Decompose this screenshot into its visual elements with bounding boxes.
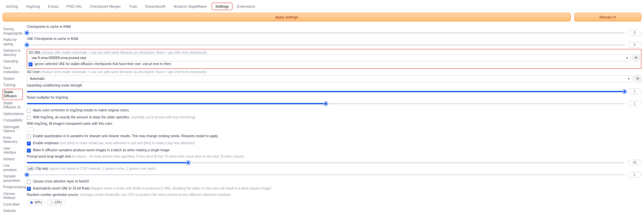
tab-checkpoint-merger[interactable]: Checkpoint Merger (86, 3, 124, 10)
sidebar-item-saving-images-grids[interactable]: Saving images/grids (3, 26, 23, 37)
sd-unet-dropdown[interactable]: Automatic▾ (27, 75, 633, 82)
prompt-wrap-label: Prompt word wrap length limit (in tokens… (27, 155, 641, 158)
tab-txt2img[interactable]: txt2img (3, 3, 21, 10)
emphasis-label: Enable emphasis (use (text) to make mode… (33, 141, 195, 145)
tab-extras[interactable]: Extras (45, 3, 62, 10)
sidebar-item-face-restoration[interactable]: Face restoration (3, 65, 23, 75)
noise-mult-label: Noise multiplier for img2img (27, 96, 641, 99)
vae-cache-value[interactable]: 0 (628, 42, 641, 48)
sidebar-item-sampler-parameters[interactable]: Sampler parameters (3, 173, 23, 184)
exact-steps-checkbox[interactable] (27, 116, 31, 120)
vae-cache-slider[interactable] (27, 44, 625, 46)
quantization-label: Enable quantization in K samplers for sh… (33, 134, 219, 138)
upcast-checkbox[interactable] (27, 180, 31, 184)
rng-option-label: CPU (55, 201, 62, 204)
tab-amazon-sagemaker[interactable]: Amazon SageMaker (170, 3, 211, 10)
rng-option-gpu[interactable]: GPU (27, 199, 45, 206)
clip-skip-value[interactable]: 1 (628, 172, 641, 177)
noise-mult-slider[interactable] (27, 103, 625, 104)
sidebar-item-live-previews[interactable]: Live previews (3, 163, 23, 173)
tab-dreambooth[interactable]: Dreambooth (142, 3, 169, 10)
reload-ui-button[interactable]: Reload UI (574, 13, 641, 21)
inpaint-mask-slider[interactable] (27, 91, 625, 92)
sidebar-item-user-interface[interactable]: User interface (3, 146, 23, 156)
refresh-icon: ⟳ (635, 56, 638, 60)
quantization-checkbox[interactable] (27, 135, 31, 139)
fill-color-label: With img2img, fill image's transparent p… (27, 122, 641, 125)
prompt-wrap-value[interactable]: 20 (628, 160, 641, 165)
tab-img2img[interactable]: img2img (22, 3, 43, 10)
apply-settings-button[interactable]: Apply settings (3, 13, 571, 21)
sidebar-item-upscaling[interactable]: Upscaling (3, 58, 23, 65)
clip-skip-slider[interactable] (27, 174, 625, 175)
sidebar-item-stable-diffusion[interactable]: Stable Diffusion (3, 89, 23, 100)
exact-steps-label: With img2img, do exactly the amount of s… (33, 115, 195, 119)
rng-option-cpu[interactable]: CPU (47, 199, 65, 206)
sidebar-item-system[interactable]: System (3, 76, 23, 82)
sidebar-item-compatibility[interactable]: Compatibility (3, 117, 23, 124)
ckpt-cache-slider[interactable] (27, 32, 625, 34)
color-correct-checkbox[interactable] (27, 109, 31, 113)
sidebar-item-canvas-hotkeys[interactable]: Canvas Hotkeys (3, 191, 23, 201)
refresh-vae-button[interactable]: ⟳ (632, 54, 640, 61)
sidebar-item-paths-for-saving[interactable]: Paths for saving (3, 37, 23, 47)
vae-cache-label: VAE Checkpoints to cache in RAM (27, 37, 641, 41)
sidebar-item-interrogate-options[interactable]: Interrogate Options (3, 124, 23, 135)
sd-vae-dropdown[interactable]: vae-ft-ema-560000-ema-pruned.ckpt▾ (29, 54, 631, 61)
tab-png-info[interactable]: PNG Info (63, 3, 85, 10)
chevron-down-icon: ▾ (626, 56, 628, 60)
sidebar-item-training[interactable]: Training (3, 82, 23, 89)
sidebar-item-optimizations[interactable]: Optimizations (3, 111, 23, 117)
prompt-wrap-slider[interactable] (27, 162, 625, 163)
radio-dot-icon (30, 201, 33, 204)
rng-label: Random number generator source. (changes… (27, 193, 641, 197)
sidebar-item-controlnet[interactable]: ControlNet (3, 202, 23, 208)
sidebar-item-saving-to-a-directory[interactable]: Saving to a directory (3, 48, 23, 58)
sidebar-item-extra-networks[interactable]: Extra Networks (3, 135, 23, 145)
auto-revert-checkbox[interactable] (27, 187, 31, 191)
ckpt-cache-value[interactable]: 0 (628, 30, 641, 36)
ignore-vae-checkbox[interactable] (29, 62, 33, 66)
refresh-unet-button[interactable]: ⟳ (634, 75, 641, 82)
tab-settings[interactable]: Settings (212, 3, 232, 10)
color-correct-label: Apply color correction to img2img result… (33, 108, 129, 112)
rng-option-label: GPU (35, 201, 42, 204)
sidebar-item-infotext[interactable]: Infotext (3, 156, 23, 163)
sidebar-item-stable-diffusion-xl[interactable]: Stable Diffusion XL (3, 100, 23, 111)
chevron-down-icon: ▾ (628, 77, 630, 80)
wiki-link[interactable]: wiki (27, 167, 35, 171)
sd-unet-label: SD Unet (choose Unet model: Automatic = … (27, 70, 641, 74)
clip-skip-label: wiki Clip skip (ignore last layers of CL… (27, 167, 641, 170)
ignore-vae-label: Ignore selected VAE for stable diffusion… (35, 62, 171, 66)
tab-train[interactable]: Train (125, 3, 141, 10)
tab-extensions[interactable]: Extensions (234, 3, 259, 10)
noise-mult-value[interactable]: 1 (628, 101, 641, 106)
kdiff-batch-label: Make K-diffusion samplers produce same i… (33, 148, 169, 152)
radio-dot-icon (50, 201, 53, 204)
inpaint-mask-value[interactable]: 1 (628, 89, 641, 94)
ckpt-cache-label: Checkpoints to cache in RAM (27, 25, 641, 29)
emphasis-checkbox[interactable] (27, 142, 31, 146)
kdiff-batch-checkbox[interactable] (27, 149, 31, 153)
sd-vae-label: SD VAE (choose VAE model: Automatic = us… (29, 51, 640, 54)
sidebar-item-defaults[interactable]: Defaults (3, 208, 23, 214)
upcast-label: Upcast cross attention layer to float32 (33, 179, 89, 183)
auto-revert-label: Automaticlly revert VAE to 32-bit floats… (33, 186, 271, 190)
refresh-icon: ⟳ (636, 76, 639, 81)
fill-color-picker[interactable] (27, 127, 34, 132)
inpaint-mask-label: Inpainting conditioning mask strength (27, 84, 641, 87)
sidebar-item-postprocessing[interactable]: Postprocessing (3, 184, 23, 191)
